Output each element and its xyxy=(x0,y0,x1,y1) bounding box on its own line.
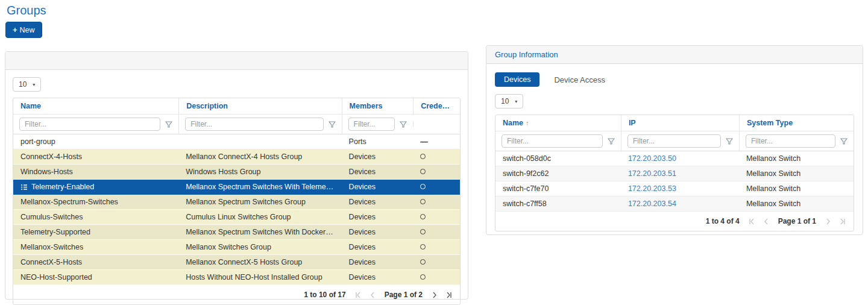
description-filter-input[interactable] xyxy=(185,118,323,131)
group-members: Devices xyxy=(342,180,414,194)
groups-panel-header xyxy=(5,52,468,70)
next-page-button[interactable] xyxy=(431,292,438,298)
pagination-range: 1 to 10 of 17 xyxy=(304,291,345,299)
group-name: Telemetry-Enabled xyxy=(31,183,94,191)
device-name: switch-9f2c62 xyxy=(495,166,621,181)
group-name: Windows-Hosts xyxy=(13,165,178,179)
group-members: Ports xyxy=(342,134,414,149)
group-members: Devices xyxy=(342,165,414,179)
column-header-name[interactable]: Name xyxy=(13,98,178,114)
column-header-name[interactable]: Name↑ xyxy=(495,115,621,131)
chevron-down-icon: ▾ xyxy=(515,99,517,104)
chevron-down-icon: ▾ xyxy=(33,82,35,87)
group-name: port-group xyxy=(13,134,178,149)
tab-device-access[interactable]: Device Access xyxy=(554,75,605,84)
device-system-type: Mellanox Switch xyxy=(739,197,854,211)
device-ip-link[interactable]: 172.20.203.50 xyxy=(628,154,676,163)
column-header-system-type[interactable]: System Type xyxy=(739,115,854,131)
page-size-select[interactable]: 10 ▾ xyxy=(495,94,523,108)
table-row[interactable]: Cumulus-Switches Cumulus Linux Switches … xyxy=(13,210,460,225)
filter-funnel-icon[interactable] xyxy=(840,138,848,145)
name-filter-input[interactable] xyxy=(502,134,603,148)
ip-filter-input[interactable] xyxy=(627,134,721,148)
circle-icon xyxy=(420,184,426,189)
table-row[interactable]: ConnectX-5-Hosts Mellanox ConnectX-5 Hos… xyxy=(13,255,460,270)
sort-ascending-icon: ↑ xyxy=(526,119,529,127)
group-description: Mellanox Spectrum Switches With Docker C… xyxy=(178,225,341,239)
group-members: Devices xyxy=(342,210,414,224)
groups-filter-row xyxy=(13,114,460,134)
circle-icon xyxy=(420,259,426,265)
device-system-type: Mellanox Switch xyxy=(739,181,854,196)
first-page-button[interactable] xyxy=(748,218,755,225)
filter-funnel-icon[interactable] xyxy=(608,138,615,145)
devices-pagination: 1 to 4 of 4 Page 1 of 1 xyxy=(495,212,854,231)
page-size-select[interactable]: 10 ▾ xyxy=(13,77,41,92)
table-row[interactable]: ConnectX-4-Hosts Mellanox ConnectX-4 Hos… xyxy=(13,149,460,165)
dash-icon: — xyxy=(420,137,427,146)
group-members: Devices xyxy=(342,149,414,164)
list-icon xyxy=(20,184,28,190)
group-information-title: Group Information xyxy=(486,46,863,64)
name-filter-input[interactable] xyxy=(19,118,160,131)
table-row-selected[interactable]: Telemetry-Enabled Mellanox Spectrum Swit… xyxy=(13,180,460,195)
pagination-page-label: Page 1 of 2 xyxy=(385,291,423,299)
column-header-description[interactable]: Description xyxy=(178,98,341,114)
filter-funnel-icon[interactable] xyxy=(726,138,733,145)
system-type-filter-input[interactable] xyxy=(746,134,835,148)
pagination-range: 1 to 4 of 4 xyxy=(706,217,740,225)
group-members: Devices xyxy=(342,270,414,285)
new-group-button[interactable]: + New xyxy=(5,22,42,38)
tab-devices[interactable]: Devices xyxy=(495,72,539,87)
device-ip-link[interactable]: 172.20.203.51 xyxy=(628,169,676,178)
filter-funnel-icon[interactable] xyxy=(165,121,172,128)
previous-page-button[interactable] xyxy=(370,292,376,298)
circle-icon xyxy=(420,274,426,280)
column-header-ip[interactable]: IP xyxy=(621,115,739,131)
circle-icon xyxy=(420,214,426,219)
next-page-button[interactable] xyxy=(825,218,831,225)
table-row[interactable]: switch-c7fe70 172.20.203.53 Mellanox Swi… xyxy=(495,181,854,197)
table-row[interactable]: Telemetry-Supported Mellanox Spectrum Sw… xyxy=(13,225,460,240)
device-name: switch-c7fe70 xyxy=(495,181,621,196)
previous-page-button[interactable] xyxy=(763,218,770,225)
group-description: Mellanox ConnectX-4 Hosts Group xyxy=(178,149,341,164)
plus-icon: + xyxy=(13,25,17,34)
last-page-button[interactable] xyxy=(840,218,846,225)
members-filter-input[interactable] xyxy=(348,118,395,131)
device-name: switch-058d0c xyxy=(495,151,621,166)
group-description: Mellanox Spectrum Switches Group xyxy=(178,195,341,209)
page-size-value: 10 xyxy=(501,97,509,105)
new-button-label: New xyxy=(20,26,35,34)
filter-funnel-icon[interactable] xyxy=(400,121,407,128)
group-description: Windows Hosts Group xyxy=(178,165,341,179)
table-row[interactable]: switch-058d0c 172.20.203.50 Mellanox Swi… xyxy=(495,151,854,166)
table-row[interactable]: port-group Ports — xyxy=(13,134,460,149)
group-members: Devices xyxy=(342,240,414,254)
table-row[interactable]: Mellanox-Switches Mellanox Switches Grou… xyxy=(13,240,460,255)
groups-pagination: 1 to 10 of 17 Page 1 of 2 xyxy=(13,285,460,304)
circle-icon xyxy=(420,199,426,204)
table-row[interactable]: NEO-Host-Supported Hosts Without NEO-Hos… xyxy=(13,270,460,285)
column-header-credentials[interactable]: Credentials xyxy=(413,98,460,114)
table-row[interactable]: Mellanox-Spectrum-Switches Mellanox Spec… xyxy=(13,195,460,210)
filter-funnel-icon[interactable] xyxy=(329,121,336,128)
pagination-page-label: Page 1 of 1 xyxy=(778,217,816,225)
table-row[interactable]: switch-c7ff58 172.20.203.54 Mellanox Swi… xyxy=(495,197,854,212)
table-row[interactable]: switch-9f2c62 172.20.203.51 Mellanox Swi… xyxy=(495,166,854,181)
column-header-members[interactable]: Members xyxy=(342,98,414,114)
group-name: Mellanox-Switches xyxy=(13,240,178,254)
device-ip-link[interactable]: 172.20.203.54 xyxy=(628,200,676,208)
first-page-button[interactable] xyxy=(354,292,361,298)
group-name: NEO-Host-Supported xyxy=(13,270,178,285)
group-name: ConnectX-5-Hosts xyxy=(13,255,178,269)
device-ip-link[interactable]: 172.20.203.53 xyxy=(628,184,676,193)
last-page-button[interactable] xyxy=(446,292,453,298)
page-title: Groups xyxy=(7,4,46,17)
group-description: Mellanox Spectrum Switches With Telemetr… xyxy=(178,180,341,194)
info-tabs: Devices Device Access xyxy=(495,72,854,87)
page-size-value: 10 xyxy=(19,80,27,89)
table-row[interactable]: Windows-Hosts Windows Hosts Group Device… xyxy=(13,165,460,180)
group-information-panel: Group Information Devices Device Access … xyxy=(486,45,863,235)
circle-icon xyxy=(420,169,426,174)
